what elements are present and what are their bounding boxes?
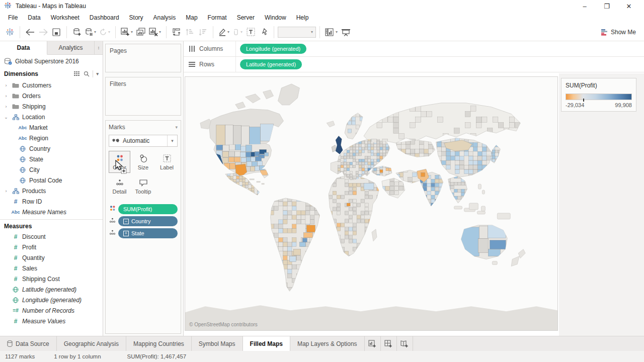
text-label-icon[interactable] <box>244 25 257 39</box>
pill-state[interactable]: +State <box>118 228 178 238</box>
sort-descending-icon[interactable] <box>196 25 209 39</box>
new-datasource-icon[interactable] <box>70 25 84 39</box>
detail-shelf-icon <box>109 229 116 238</box>
menu-format[interactable]: Format <box>203 13 232 22</box>
field-profit[interactable]: #Profit <box>0 242 103 252</box>
sheet-tab-data-source[interactable]: Data Source <box>0 336 57 351</box>
field-quantity[interactable]: #Quantity <box>0 252 103 263</box>
columns-shelf[interactable]: Columns Longitude (generated) <box>184 41 644 57</box>
dimensions-menu-icon[interactable]: ▾ <box>96 71 99 76</box>
restore-button[interactable]: ❐ <box>596 1 618 12</box>
pause-updates-icon[interactable]: ▾ <box>84 25 98 39</box>
pages-shelf[interactable]: Pages <box>105 44 181 72</box>
sheet-tab-geographic-analysis[interactable]: Geographic Analysis <box>57 336 126 351</box>
menu-help[interactable]: Help <box>291 13 314 22</box>
menu-file[interactable]: File <box>3 13 23 22</box>
show-me-button[interactable]: Show Me <box>596 25 641 39</box>
refresh-icon[interactable]: ▾ <box>98 25 112 39</box>
view-as-icon[interactable] <box>74 71 80 77</box>
redo-button[interactable] <box>37 25 50 39</box>
new-worksheet-icon[interactable]: ▾ <box>119 25 134 39</box>
save-icon[interactable] <box>50 25 63 39</box>
color-button[interactable]: Color <box>109 151 130 173</box>
field-postal-code[interactable]: Postal Code <box>0 175 103 186</box>
sheet-tab-filled-maps[interactable]: Filled Maps <box>243 336 290 351</box>
menu-dashboard[interactable]: Dashboard <box>85 13 124 22</box>
tab-analytics[interactable]: Analytics <box>47 41 95 54</box>
filters-shelf[interactable]: Filters <box>105 77 181 116</box>
highlight-icon[interactable]: ▾ <box>217 25 231 39</box>
field-discount[interactable]: #Discount <box>0 231 103 242</box>
new-worksheet-tab-button[interactable] <box>365 336 381 351</box>
field-latitude-generated[interactable]: Latitude (generated) <box>0 284 103 295</box>
tooltip-button[interactable]: Tooltip <box>132 175 154 197</box>
new-story-tab-button[interactable] <box>397 336 413 351</box>
field-measure-names[interactable]: AbcMeasure Names <box>0 207 103 217</box>
map-view[interactable]: © OpenStreetMap contributors <box>185 76 558 331</box>
datasource-item[interactable]: Global Superstore 2016 <box>0 55 103 68</box>
columns-pill[interactable]: Longitude (generated) <box>240 44 306 54</box>
fit-selector[interactable]: ▾ <box>278 27 316 38</box>
detail-button[interactable]: Detail <box>109 175 130 197</box>
field-sales[interactable]: #Sales <box>0 263 103 274</box>
field-row-id[interactable]: #Row ID <box>0 196 103 207</box>
status-layout: 1 row by 1 column <box>54 353 101 359</box>
field-region[interactable]: AbcRegion <box>0 133 103 143</box>
sheet-tab-symbol-maps[interactable]: Symbol Maps <box>192 336 243 351</box>
label-button[interactable]: Label <box>156 151 178 173</box>
pill-row-state: +State <box>109 228 178 238</box>
duplicate-sheet-icon[interactable] <box>134 25 147 39</box>
pane-collapse-icon[interactable]: ↕ <box>95 41 103 54</box>
fix-axes-icon[interactable] <box>257 25 270 39</box>
titlebar: Tableau - Maps in Tableau – ❐ ✕ <box>0 0 644 12</box>
menu-map[interactable]: Map <box>181 13 202 22</box>
world-map[interactable] <box>185 77 557 330</box>
pill-sum-profit[interactable]: SUM(Profit) <box>118 204 178 214</box>
swap-axes-icon[interactable] <box>170 25 183 39</box>
marks-menu-icon[interactable]: ▾ <box>175 125 178 130</box>
field-longitude-generated[interactable]: Longitude (generated) <box>0 295 103 305</box>
field-products[interactable]: ›Products <box>0 186 103 196</box>
field-country[interactable]: Country <box>0 143 103 154</box>
new-dashboard-tab-button[interactable] <box>381 336 397 351</box>
sort-ascending-icon[interactable] <box>183 25 196 39</box>
field-label: Shipping Cost <box>22 276 60 283</box>
field-shipping[interactable]: ›Shipping <box>0 101 103 112</box>
show-hide-cards-icon[interactable]: ▾ <box>324 25 339 39</box>
field-orders[interactable]: ›Orders <box>0 90 103 101</box>
undo-button[interactable] <box>24 25 37 39</box>
close-button[interactable]: ✕ <box>618 1 640 12</box>
start-page-icon[interactable] <box>3 25 16 39</box>
size-button[interactable]: Size <box>132 151 154 173</box>
mark-type-dropdown[interactable]: Automatic ▾ <box>109 135 178 147</box>
color-legend[interactable]: SUM(Profit) -29,034 99,908 <box>561 78 636 112</box>
menu-data[interactable]: Data <box>23 13 45 22</box>
minimize-button[interactable]: – <box>574 1 596 12</box>
group-members-icon[interactable]: ▾ <box>231 25 244 39</box>
search-icon[interactable] <box>84 71 90 77</box>
field-city[interactable]: City <box>0 164 103 175</box>
rows-pill[interactable]: Latitude (generated) <box>240 59 302 69</box>
field-shipping-cost[interactable]: #Shipping Cost <box>0 274 103 284</box>
sheet-tab-map-layers-options[interactable]: Map Layers & Options <box>290 336 365 351</box>
menu-server[interactable]: Server <box>232 13 260 22</box>
field-number-of-records[interactable]: =#Number of Records <box>0 305 103 316</box>
menu-analysis[interactable]: Analysis <box>148 13 181 22</box>
menu-story[interactable]: Story <box>124 13 148 22</box>
clear-sheet-icon[interactable]: ▾ <box>147 25 163 39</box>
field-location[interactable]: ⌄Location <box>0 112 103 122</box>
rows-shelf[interactable]: Rows Latitude (generated) <box>184 57 644 72</box>
tab-data[interactable]: Data <box>0 41 47 55</box>
field-measure-values[interactable]: #Measure Values <box>0 316 103 326</box>
number-icon: # <box>9 244 22 251</box>
field-label: Measure Values <box>22 318 65 325</box>
field-customers[interactable]: ›Customers <box>0 80 103 90</box>
field-market[interactable]: AbcMarket <box>0 122 103 133</box>
menu-window[interactable]: Window <box>260 13 291 22</box>
menu-worksheet[interactable]: Worksheet <box>46 13 85 22</box>
sheet-tab-mapping-countries[interactable]: Mapping Countries <box>126 336 192 351</box>
show-me-icon <box>601 29 608 36</box>
presentation-mode-icon[interactable] <box>339 25 352 39</box>
pill-country[interactable]: −Country <box>118 216 178 226</box>
field-state[interactable]: State <box>0 154 103 164</box>
